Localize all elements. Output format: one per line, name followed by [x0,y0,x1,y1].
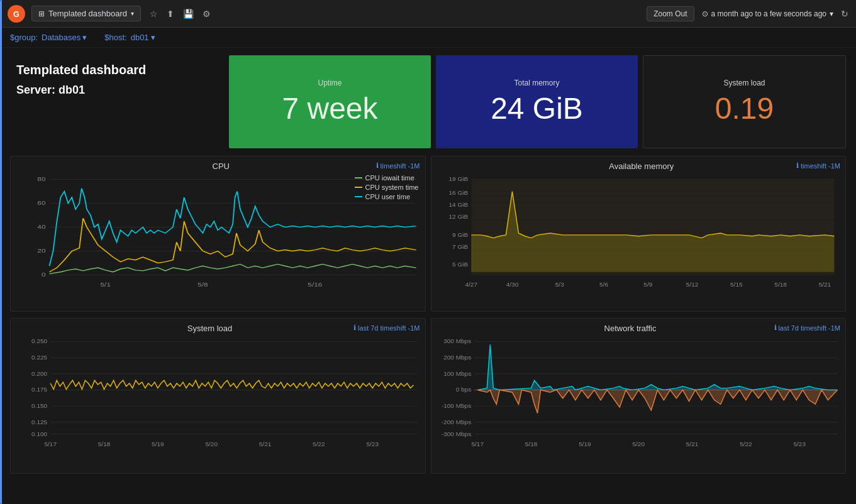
svg-text:5/20: 5/20 [205,441,218,447]
cpu-chart-panel: CPU ℹ timeshift -1M CPU iowait time CPU … [10,156,426,312]
svg-text:19 GiB: 19 GiB [448,176,468,183]
info-icon: ℹ [353,324,356,332]
uptime-panel: Uptime 7 week [229,55,431,148]
svg-text:7 GiB: 7 GiB [452,243,468,250]
cpu-chart-header: CPU ℹ timeshift -1M [16,162,420,171]
svg-text:5/1: 5/1 [101,282,111,288]
memory-chart-panel: Available memory ℹ timeshift -1M 19 GiB [431,156,847,312]
left-accent [0,0,2,504]
group-label: $group: [10,33,38,42]
svg-text:80: 80 [37,176,45,183]
chevron-down-icon: ▾ [131,10,134,17]
grafana-logo: G [8,5,25,23]
star-icon[interactable]: ☆ [150,9,158,19]
memory-value: 24 GiB [491,91,583,126]
memory-label: Total memory [514,79,559,87]
server-title: Server: db01 [10,84,224,97]
chart-row-1: CPU ℹ timeshift -1M CPU iowait time CPU … [10,156,846,312]
refresh-icon[interactable]: ↻ [841,9,848,19]
iowait-color [355,177,362,178]
sysload-panel: System load 0.19 [643,55,846,148]
top-row: Templated dashboard Server: db01 Uptime … [10,55,846,148]
group-filter[interactable]: Databases ▾ [42,33,87,42]
svg-text:-200 Mbps: -200 Mbps [441,419,471,425]
save-icon[interactable]: 💾 [183,9,194,19]
time-range-label: a month ago to a few seconds ago [711,9,826,18]
cpu-timeshift[interactable]: ℹ timeshift -1M [376,162,420,170]
svg-text:5/6: 5/6 [599,282,608,288]
svg-marker-82 [477,344,837,390]
svg-text:-300 Mbps: -300 Mbps [441,430,471,437]
memory-timeshift[interactable]: ℹ timeshift -1M [796,162,840,170]
svg-text:9 GiB: 9 GiB [452,231,468,238]
svg-text:5/18: 5/18 [98,441,111,447]
svg-text:60: 60 [37,200,45,207]
svg-text:5/20: 5/20 [632,441,645,447]
svg-text:5/23: 5/23 [793,441,806,447]
system-color [355,187,362,188]
topbar-right: Zoom Out ⊙ a month ago to a few seconds … [647,6,848,21]
title-panel: Templated dashboard Server: db01 [10,55,224,148]
legend-iowait: CPU iowait time [355,174,419,182]
dashboard-title: Templated dashboard [10,63,224,77]
svg-text:0.250: 0.250 [31,338,48,345]
legend-user: CPU user time [355,193,419,200]
svg-text:300 Mbps: 300 Mbps [443,338,471,345]
svg-text:5/8: 5/8 [197,282,208,288]
chevron-down-icon: ▾ [82,33,87,42]
memory-panel: Total memory 24 GiB [436,55,638,148]
dashboard-button[interactable]: ⊞ Templated dashboard ▾ [31,6,141,21]
legend-system: CPU system time [355,184,419,191]
sysload-chart-header: System load ℹ last 7d timeshift -1M [16,324,420,333]
topbar-icons: ☆ ⬆ 💾 ⚙ [150,9,211,19]
sysload-value: 0.19 [715,91,774,126]
network-chart-svg: 300 Mbps 200 Mbps 100 Mbps 0 bps -100 Mb… [436,336,841,455]
host-label: $host: [104,33,126,42]
cpu-chart-title: CPU [66,162,376,171]
svg-text:5/21: 5/21 [686,441,698,447]
svg-text:4/30: 4/30 [506,282,518,288]
topbar: G ⊞ Templated dashboard ▾ ☆ ⬆ 💾 ⚙ Zoom O… [0,0,856,28]
chevron-down-icon: ▾ [151,33,155,42]
info-icon: ℹ [376,162,379,170]
svg-text:0.150: 0.150 [31,402,48,409]
share-icon[interactable]: ⬆ [167,9,174,19]
network-chart-panel: Network traffic ℹ last 7d timeshift -1M … [431,318,847,474]
svg-text:5/9: 5/9 [643,282,652,288]
time-range-chevron: ▾ [830,9,833,18]
network-timeshift[interactable]: ℹ last 7d timeshift -1M [774,324,840,332]
svg-text:0.125: 0.125 [31,419,48,425]
svg-text:5/21: 5/21 [259,441,272,447]
svg-text:0.175: 0.175 [31,386,48,393]
sysload-chart-panel: System load ℹ last 7d timeshift -1M 0.25… [10,318,426,474]
user-color [355,196,362,197]
svg-text:5/18: 5/18 [525,441,537,447]
sysload-chart-title: System load [66,324,353,333]
svg-text:5/21: 5/21 [818,282,831,288]
svg-text:12 GiB: 12 GiB [448,213,468,220]
svg-text:5/19: 5/19 [579,441,591,447]
svg-text:5/3: 5/3 [555,282,564,288]
svg-text:5 GiB: 5 GiB [452,261,468,268]
cpu-legend: CPU iowait time CPU system time CPU user… [355,174,419,202]
svg-text:16 GiB: 16 GiB [448,189,468,196]
grid-icon: ⊞ [38,9,45,18]
host-filter[interactable]: db01 ▾ [131,33,155,42]
time-range[interactable]: ⊙ a month ago to a few seconds ago ▾ [702,9,833,18]
sysload-label: System load [723,79,765,87]
clock-icon: ⊙ [702,9,708,18]
zoom-out-button[interactable]: Zoom Out [647,6,694,21]
info-icon: ℹ [796,162,799,170]
settings-icon[interactable]: ⚙ [203,9,211,19]
svg-text:5/15: 5/15 [730,282,743,288]
iowait-label: CPU iowait time [365,174,414,182]
svg-text:-100 Mbps: -100 Mbps [441,402,471,409]
uptime-label: Uptime [318,79,342,87]
svg-text:G: G [13,9,19,18]
svg-text:20: 20 [37,248,45,255]
svg-text:5/17: 5/17 [471,441,484,447]
memory-chart-title: Available memory [487,162,797,171]
info-icon: ℹ [774,324,777,332]
svg-text:200 Mbps: 200 Mbps [443,354,471,361]
sysload-timeshift[interactable]: ℹ last 7d timeshift -1M [353,324,420,332]
